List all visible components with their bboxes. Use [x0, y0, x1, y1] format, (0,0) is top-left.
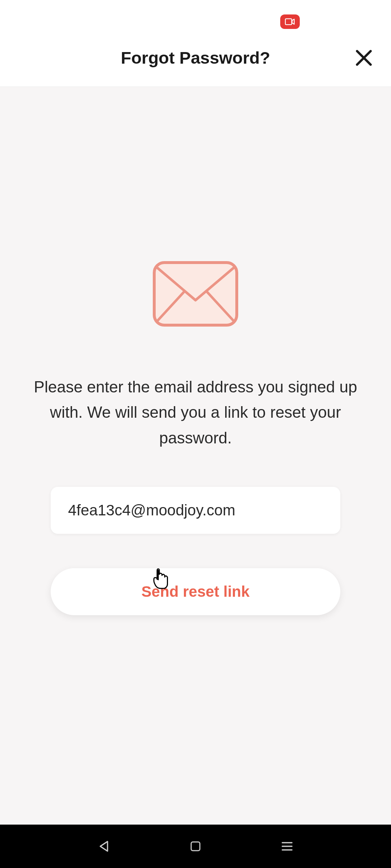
instruction-text: Please enter the email address you signe…: [33, 374, 358, 451]
menu-lines-icon: [280, 839, 294, 854]
navigation-bar: [0, 825, 391, 868]
close-button[interactable]: [351, 45, 377, 71]
content-area: Please enter the email address you signe…: [0, 87, 391, 825]
back-triangle-icon: [97, 839, 111, 854]
home-button[interactable]: [186, 837, 205, 855]
svg-rect-1: [154, 263, 237, 325]
send-reset-link-button[interactable]: Send reset link: [51, 568, 340, 615]
recording-indicator: [280, 14, 300, 29]
email-field[interactable]: [51, 487, 340, 534]
page-title: Forgot Password?: [121, 48, 270, 68]
svg-rect-0: [285, 19, 292, 25]
close-icon: [355, 49, 373, 67]
recent-apps-button[interactable]: [278, 837, 296, 855]
video-icon: [285, 18, 295, 25]
svg-rect-2: [191, 842, 200, 851]
square-icon: [189, 840, 202, 853]
status-bar: [0, 0, 391, 29]
header: Forgot Password?: [0, 29, 391, 87]
back-button[interactable]: [95, 837, 113, 855]
envelope-icon: [152, 260, 239, 327]
